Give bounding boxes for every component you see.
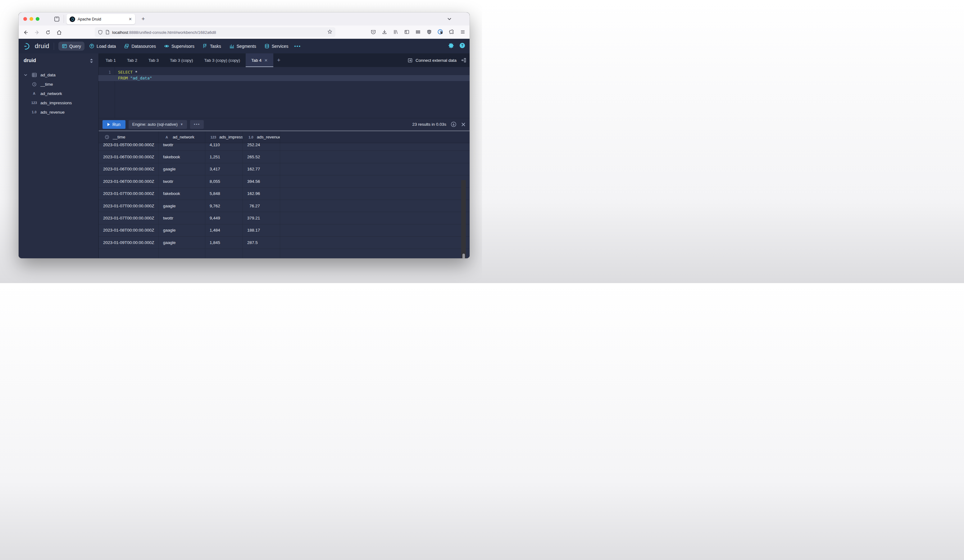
tab-close-icon[interactable]: ✕ xyxy=(129,17,132,21)
table-row[interactable]: 2023-01-08T00:00:00.000Zgaagle1,484188.1… xyxy=(99,224,470,237)
table-row[interactable]: 2023-01-06T00:00:00.000Zfakebook1,251265… xyxy=(99,151,470,163)
query-tab-tab-1[interactable]: Tab 1 xyxy=(100,54,121,67)
tracking-shield-icon[interactable] xyxy=(98,30,103,35)
datasource-item-ad_data[interactable]: ad_data xyxy=(24,70,98,80)
cell-ads_impress: 3,417 xyxy=(205,163,243,175)
nav-item-segments[interactable]: Segments xyxy=(226,42,260,50)
schema-sidebar: druid ad_data__timeAad_network123ads_imp… xyxy=(19,54,99,258)
tab-sidebar-icon[interactable] xyxy=(54,16,60,24)
datasources-icon xyxy=(124,44,129,49)
add-query-tab-button[interactable]: + xyxy=(273,54,284,67)
results-scrollbar-track[interactable] xyxy=(461,180,466,258)
onetab-lock-icon[interactable] xyxy=(436,28,444,36)
url-bar[interactable]: localhost:8888/unified-console.html#work… xyxy=(95,27,335,37)
nav-more-button[interactable]: ••• xyxy=(291,44,303,49)
toolbar-extensions: uO xyxy=(370,28,466,36)
query-tab-tab-3[interactable]: Tab 3 xyxy=(143,54,164,67)
library-icon[interactable] xyxy=(392,28,399,36)
nav-item-tasks[interactable]: Tasks xyxy=(199,42,225,50)
results-scrollbar-thumb[interactable] xyxy=(462,253,465,258)
cell-ads_revenue: 162.77 xyxy=(243,163,280,175)
window-zoom-button[interactable] xyxy=(36,17,39,21)
window-close-button[interactable] xyxy=(23,17,27,21)
results-header-ads_impress[interactable]: 123ads_impress... xyxy=(205,131,243,143)
results-header-__time[interactable]: __time xyxy=(99,131,159,143)
nav-item-load-data[interactable]: Load data xyxy=(86,42,119,50)
bookmark-star-icon[interactable] xyxy=(327,29,332,36)
engine-select[interactable]: Engine: auto (sql-native) ▼ xyxy=(129,120,187,129)
page-info-icon[interactable] xyxy=(105,30,110,34)
pocket-icon[interactable] xyxy=(370,28,377,36)
containers-fence-icon[interactable] xyxy=(414,28,422,36)
engine-caret-icon: ▼ xyxy=(180,123,183,126)
browser-tab-apache-druid[interactable]: Apache Druid ✕ xyxy=(67,14,135,24)
chevron-down-icon[interactable] xyxy=(24,73,28,77)
nav-item-label: Load data xyxy=(96,44,116,49)
results-header-ads_revenue[interactable]: 1.0ads_revenue xyxy=(243,131,280,143)
query-tab-tab-4[interactable]: Tab 4✕ xyxy=(246,54,273,67)
cell-__time: 2023-01-09T00:00:00.000Z xyxy=(99,237,159,248)
forward-icon[interactable] xyxy=(33,29,41,36)
cell-ad_network: twottr xyxy=(159,212,205,224)
run-button[interactable]: Run xyxy=(103,120,125,129)
table-row-partial[interactable]: 2023-01-05T00:00:00.000Ztwottr4,110252.2… xyxy=(99,143,470,151)
druid-logo[interactable]: druid xyxy=(23,42,49,51)
sidebar-panel-icon[interactable] xyxy=(403,28,410,36)
sort-carets-icon[interactable] xyxy=(90,58,93,65)
nav-item-services[interactable]: Services xyxy=(261,42,292,50)
url-path: :8888/unified-console.html#workbench/168… xyxy=(128,30,216,35)
nav-item-supervisors[interactable]: Supervisors xyxy=(161,42,198,50)
results-header-row: __timeAad_network123ads_impress...1.0ads… xyxy=(99,131,470,143)
settings-gear-icon[interactable] xyxy=(448,42,454,50)
column-name: ad_network xyxy=(41,91,62,96)
code-line: SELECT * xyxy=(115,69,470,75)
window-minimize-button[interactable] xyxy=(29,17,33,21)
sidebar-column-ads_impressions[interactable]: 123ads_impressions xyxy=(24,98,98,107)
downloads-icon[interactable] xyxy=(381,28,388,36)
cell-ads_revenue: 76.27 xyxy=(243,200,280,212)
cell-ad_network: fakebook xyxy=(159,151,205,163)
connect-external-data-button[interactable]: Connect external data xyxy=(407,58,456,63)
sidebar-column-ads_revenue[interactable]: 1.0ads_revenue xyxy=(24,107,98,117)
download-results-icon[interactable] xyxy=(451,122,456,127)
sidebar-column-ad_network[interactable]: Aad_network xyxy=(24,89,98,98)
nav-item-query[interactable]: Query xyxy=(59,42,85,50)
menu-hamburger-icon[interactable] xyxy=(459,28,466,36)
results-table[interactable]: 2023-01-05T00:00:00.000Ztwottr4,110252.2… xyxy=(99,143,470,258)
all-tabs-chevron-icon[interactable] xyxy=(446,16,452,23)
query-tab-tab-2[interactable]: Tab 2 xyxy=(121,54,143,67)
extensions-puzzle-icon[interactable] xyxy=(448,28,455,36)
back-icon[interactable] xyxy=(22,29,29,36)
tasks-icon xyxy=(202,44,208,49)
sidebar-column-__time[interactable]: __time xyxy=(24,80,98,89)
cell-__time: 2023-01-06T00:00:00.000Z xyxy=(99,163,159,175)
ublock-shield-icon[interactable]: uO xyxy=(425,28,433,36)
table-row[interactable]: 2023-01-07T00:00:00.000Ztwottr9,449379.2… xyxy=(99,212,470,224)
sql-editor[interactable]: 12 SELECT *FROM "ad_data" xyxy=(99,67,470,118)
desktop: Apache Druid ✕ + xyxy=(0,0,482,283)
help-icon[interactable]: ? xyxy=(459,42,465,50)
query-more-button[interactable]: ••• xyxy=(190,120,204,129)
upload-icon xyxy=(89,44,94,49)
table-row-empty[interactable] xyxy=(99,249,470,258)
results-header-ad_network[interactable]: Aad_network xyxy=(159,131,205,143)
cell-ads_impress: 9,449 xyxy=(205,212,243,224)
collapse-panel-icon[interactable] xyxy=(461,57,466,63)
table-row[interactable]: 2023-01-07T00:00:00.000Zfakebook5,848162… xyxy=(99,188,470,200)
new-tab-button[interactable]: + xyxy=(139,15,147,23)
table-row[interactable]: 2023-01-09T00:00:00.000Zgaagle1,845287.5 xyxy=(99,237,470,248)
nav-item-datasources[interactable]: Datasources xyxy=(120,42,159,50)
cell-ad_network: fakebook xyxy=(159,188,205,200)
home-icon[interactable] xyxy=(55,29,63,36)
float-type-icon: 1.0 xyxy=(247,135,255,139)
reload-icon[interactable] xyxy=(44,29,52,36)
query-tab-close-icon[interactable]: ✕ xyxy=(264,58,268,63)
code-token: * xyxy=(133,70,138,75)
table-row[interactable]: 2023-01-06T00:00:00.000Zgaagle3,417162.7… xyxy=(99,163,470,175)
results-header-filler xyxy=(280,131,470,143)
table-row[interactable]: 2023-01-06T00:00:00.000Ztwottr8,055394.5… xyxy=(99,175,470,187)
table-row[interactable]: 2023-01-07T00:00:00.000Zgaagle9,76276.27 xyxy=(99,200,470,212)
close-results-icon[interactable] xyxy=(461,122,466,127)
query-tab-tab-3-copy-copy-[interactable]: Tab 3 (copy) (copy) xyxy=(199,54,246,67)
query-tab-tab-3-copy-[interactable]: Tab 3 (copy) xyxy=(164,54,199,67)
